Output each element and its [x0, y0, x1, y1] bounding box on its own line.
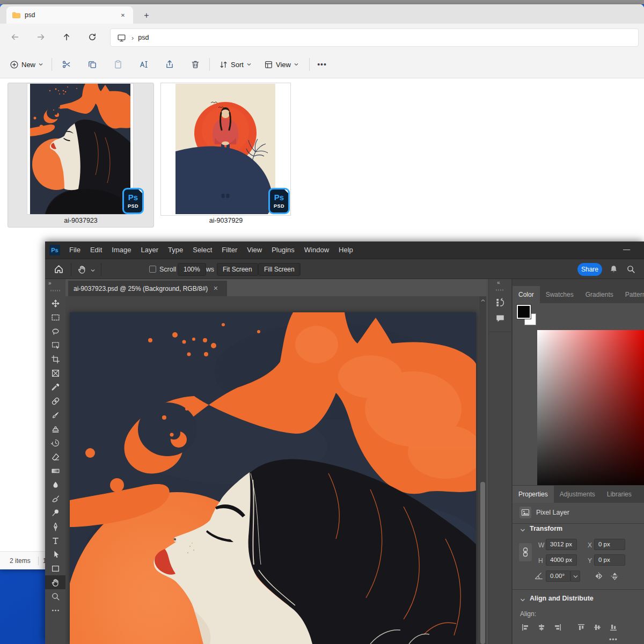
- toolbar-edit-more[interactable]: [45, 603, 65, 617]
- tool-clone-stamp[interactable]: [45, 422, 65, 436]
- menu-filter[interactable]: Filter: [217, 241, 242, 259]
- strip-grip[interactable]: [496, 289, 504, 291]
- tab-swatches[interactable]: Swatches: [540, 286, 580, 303]
- menu-help[interactable]: Help: [334, 241, 358, 259]
- tool-crop[interactable]: [45, 352, 65, 366]
- align-bottom-button[interactable]: [609, 623, 618, 632]
- delete-button[interactable]: [186, 55, 205, 74]
- canvas-scrollbar[interactable]: [479, 296, 486, 644]
- search-button[interactable]: [626, 265, 635, 274]
- tool-type[interactable]: [45, 533, 65, 547]
- tab-patterns[interactable]: Patterns: [619, 286, 644, 303]
- tool-smudge[interactable]: [45, 492, 65, 506]
- cut-button[interactable]: [57, 55, 76, 74]
- tool-rectangular-marquee[interactable]: [45, 310, 65, 324]
- canvas-area[interactable]: [65, 296, 486, 644]
- tool-history-brush[interactable]: [45, 436, 65, 450]
- tab-gradients[interactable]: Gradients: [580, 286, 619, 303]
- menu-image[interactable]: Image: [107, 241, 136, 259]
- flip-vertical-icon[interactable]: [610, 572, 619, 581]
- tool-zoom[interactable]: [45, 589, 65, 603]
- tab-libraries[interactable]: Libraries: [601, 486, 638, 503]
- forward-button[interactable]: [31, 27, 50, 47]
- menu-window[interactable]: Window: [299, 241, 334, 259]
- tool-eyedropper[interactable]: [45, 380, 65, 394]
- more-options-button[interactable]: •••: [312, 55, 332, 74]
- menu-file[interactable]: File: [64, 241, 85, 259]
- transform-collapse-icon[interactable]: [520, 528, 525, 533]
- fit-screen-button[interactable]: Fit Screen: [217, 263, 258, 276]
- tool-blur[interactable]: [45, 478, 65, 492]
- explorer-tab[interactable]: psd ✕: [6, 6, 133, 24]
- tool-eraser[interactable]: [45, 450, 65, 464]
- link-dimensions-button[interactable]: [519, 543, 532, 561]
- align-collapse-icon[interactable]: [520, 597, 525, 603]
- scroll-up-icon[interactable]: [481, 299, 485, 302]
- menu-plugins[interactable]: Plugins: [267, 241, 299, 259]
- comments-panel-button[interactable]: [495, 313, 505, 323]
- up-button[interactable]: [57, 27, 76, 47]
- refresh-button[interactable]: [83, 27, 102, 47]
- tool-rectangle-shape[interactable]: [45, 561, 65, 575]
- copy-button[interactable]: [83, 55, 102, 74]
- align-center-vertical-button[interactable]: [593, 623, 602, 632]
- file-item-ai-9037923[interactable]: Ps PSD ai-9037923: [8, 83, 154, 228]
- tab-color[interactable]: Color: [513, 286, 540, 303]
- tab-properties[interactable]: Properties: [513, 486, 554, 503]
- breadcrumb[interactable]: psd: [138, 34, 149, 41]
- menu-view[interactable]: View: [242, 241, 267, 259]
- color-saturation-field[interactable]: [537, 330, 644, 495]
- align-left-button[interactable]: [521, 623, 530, 632]
- tool-lasso[interactable]: [45, 324, 65, 338]
- back-button[interactable]: [5, 27, 25, 47]
- sort-button[interactable]: Sort: [216, 55, 255, 74]
- document-close-icon[interactable]: ✕: [213, 285, 218, 292]
- tool-pen[interactable]: [45, 519, 65, 533]
- tool-hand[interactable]: [45, 575, 65, 589]
- share-button[interactable]: [160, 55, 179, 74]
- document-tab[interactable]: ai-9037923.psd @ 25% (Background, RGB/8#…: [68, 281, 227, 296]
- new-button[interactable]: New: [6, 55, 47, 74]
- align-more-options[interactable]: •••: [609, 636, 618, 643]
- hand-tool-preset[interactable]: [77, 265, 87, 274]
- menu-select[interactable]: Select: [188, 241, 217, 259]
- file-name[interactable]: ai-9037923: [8, 217, 154, 224]
- share-button[interactable]: Share: [577, 263, 602, 276]
- x-field[interactable]: 0 px: [594, 539, 625, 550]
- align-top-button[interactable]: [577, 623, 586, 632]
- paste-button[interactable]: [108, 55, 128, 74]
- tool-brush[interactable]: [45, 408, 65, 422]
- tool-spot-healing-brush[interactable]: [45, 394, 65, 408]
- home-button[interactable]: [54, 264, 64, 274]
- toolbar-expand-icon[interactable]: »: [48, 280, 52, 286]
- tool-path-selection[interactable]: [45, 547, 65, 561]
- view-button[interactable]: View: [261, 55, 302, 74]
- tool-move[interactable]: [45, 296, 65, 310]
- rotation-field[interactable]: 0.00°: [546, 570, 570, 582]
- chevron-down-icon[interactable]: [90, 268, 96, 273]
- menu-edit[interactable]: Edit: [85, 241, 107, 259]
- y-field[interactable]: 0 px: [594, 554, 625, 566]
- width-field[interactable]: 3012 px: [546, 539, 577, 550]
- flip-horizontal-icon[interactable]: [594, 572, 603, 581]
- align-section-title[interactable]: Align and Distribute: [530, 595, 594, 602]
- zoom-100-button[interactable]: 100%: [178, 263, 206, 276]
- tab-adjustments[interactable]: Adjustments: [554, 486, 601, 503]
- tool-frame[interactable]: [45, 366, 65, 380]
- tool-dodge[interactable]: [45, 506, 65, 519]
- align-right-button[interactable]: [553, 623, 562, 632]
- rename-button[interactable]: [134, 55, 153, 74]
- new-tab-button[interactable]: +: [140, 9, 153, 23]
- file-name[interactable]: ai-9037929: [160, 217, 291, 224]
- menu-type[interactable]: Type: [163, 241, 188, 259]
- foreground-color-chip[interactable]: [517, 305, 531, 319]
- open-document[interactable]: [70, 312, 476, 644]
- collapse-panels-icon[interactable]: «: [497, 280, 500, 286]
- align-center-horizontal-button[interactable]: [537, 623, 546, 632]
- scroll-all-windows-checkbox[interactable]: [149, 266, 156, 273]
- notifications-button[interactable]: [609, 265, 618, 274]
- address-bar[interactable]: › psd: [110, 28, 639, 47]
- rotation-dropdown[interactable]: [570, 570, 580, 582]
- tab-close-icon[interactable]: ✕: [118, 10, 128, 20]
- height-field[interactable]: 4000 px: [546, 554, 577, 566]
